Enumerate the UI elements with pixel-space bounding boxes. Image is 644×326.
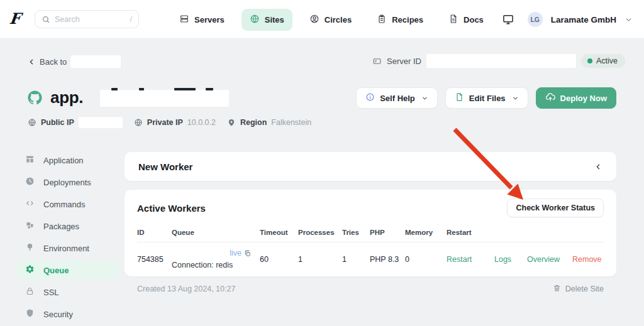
tree-icon bbox=[25, 242, 35, 254]
trash-icon bbox=[553, 284, 561, 294]
sidebar-item-commands[interactable]: Commands bbox=[16, 195, 119, 214]
chevron-down-icon bbox=[512, 95, 519, 102]
nav-item-label: Recipes bbox=[392, 15, 423, 24]
worker-memory: 0 bbox=[405, 255, 447, 264]
file-icon bbox=[455, 92, 464, 104]
sidebar-item-application[interactable]: Application bbox=[16, 151, 119, 170]
redaction-box bbox=[100, 90, 229, 107]
redaction-fragment bbox=[206, 88, 213, 90]
delete-site-button[interactable]: Delete Site bbox=[553, 284, 604, 294]
col-header-php: PHP bbox=[370, 226, 405, 242]
package-icon bbox=[25, 220, 35, 232]
self-help-label: Self Help bbox=[380, 94, 415, 103]
nav-right: LG Laramate GmbH bbox=[502, 0, 633, 39]
redaction-box bbox=[426, 54, 576, 68]
search-box[interactable]: / bbox=[35, 10, 139, 28]
status-badge: Active bbox=[581, 54, 625, 68]
public-ip-label: Public IP bbox=[41, 118, 74, 127]
active-workers-header: Active Workers Check Worker Status bbox=[137, 198, 604, 217]
nav-item-label: Sites bbox=[265, 15, 284, 24]
sidebar-item-packages[interactable]: Packages bbox=[16, 217, 119, 236]
globe-icon bbox=[134, 118, 143, 127]
sidebar-item-ssl[interactable]: SSL bbox=[16, 283, 119, 302]
col-header-timeout: Timeout bbox=[260, 226, 298, 242]
check-worker-status-button[interactable]: Check Worker Status bbox=[507, 198, 604, 217]
server-meta: Public IP Private IP 10.0.0.2 Region Fal… bbox=[28, 117, 311, 128]
avatar[interactable]: LG bbox=[528, 12, 543, 27]
col-header-queue: Queue bbox=[172, 226, 260, 242]
monitor-icon[interactable] bbox=[502, 13, 514, 26]
nav-item-circles[interactable]: Circles bbox=[301, 9, 360, 31]
redaction-fragment bbox=[174, 88, 196, 90]
col-header-processes: Processes bbox=[298, 226, 342, 242]
status-dot bbox=[587, 58, 592, 63]
clock-icon bbox=[25, 177, 35, 188]
nav-item-docs[interactable]: Docs bbox=[440, 9, 492, 31]
breadcrumb[interactable]: Back to bbox=[28, 55, 121, 68]
private-ip-label: Private IP bbox=[147, 118, 183, 127]
active-workers-card: Active Workers Check Worker Status ID Qu… bbox=[125, 190, 616, 276]
search-input[interactable] bbox=[55, 15, 126, 24]
deploy-now-label: Deploy Now bbox=[560, 94, 607, 103]
chevron-down-icon[interactable] bbox=[625, 16, 633, 24]
shield-icon bbox=[25, 308, 35, 320]
server-id-label: Server ID bbox=[387, 57, 421, 66]
collapse-chevron-icon[interactable] bbox=[594, 163, 602, 171]
document-icon bbox=[448, 14, 458, 26]
primary-nav: Servers Sites Circles Recipes Docs bbox=[171, 0, 492, 39]
col-header-restart: Restart bbox=[447, 226, 494, 242]
sidebar-item-environment[interactable]: Environment bbox=[16, 239, 119, 258]
deploy-now-button[interactable]: Deploy Now bbox=[536, 87, 616, 109]
self-help-button[interactable]: Self Help bbox=[356, 87, 438, 109]
sidebar-item-label: Environment bbox=[43, 244, 89, 253]
sidebar-item-label: Packages bbox=[43, 222, 79, 231]
redaction-fragment bbox=[139, 88, 144, 90]
table-row: 754385 live Connection: redis 60 1 1 PHP… bbox=[137, 242, 604, 278]
restart-link[interactable]: Restart bbox=[447, 255, 494, 264]
worker-tries: 1 bbox=[342, 255, 370, 264]
server-id-icon bbox=[372, 57, 382, 66]
region-value: Falkenstein bbox=[271, 118, 311, 127]
new-worker-title: New Worker bbox=[138, 161, 192, 172]
nav-item-servers[interactable]: Servers bbox=[171, 9, 233, 31]
active-workers-title: Active Workers bbox=[137, 203, 206, 214]
new-worker-card: New Worker bbox=[125, 152, 616, 181]
sidebar-item-label: Queue bbox=[43, 266, 69, 275]
nav-item-recipes[interactable]: Recipes bbox=[369, 9, 431, 31]
location-pin-icon bbox=[227, 118, 236, 127]
col-header-memory: Memory bbox=[405, 226, 447, 242]
globe-icon bbox=[28, 118, 36, 127]
code-icon bbox=[25, 198, 35, 210]
clipboard-icon bbox=[377, 14, 387, 26]
forge-app: F / Servers Sites Circles Reci bbox=[0, 0, 644, 326]
private-ip-value: 10.0.0.2 bbox=[187, 118, 216, 127]
globe-icon bbox=[250, 14, 260, 26]
edit-files-label: Edit Files bbox=[469, 94, 506, 103]
forge-logo[interactable]: F bbox=[9, 11, 21, 26]
account-name[interactable]: Laramate GmbH bbox=[551, 15, 616, 24]
queue-name-link[interactable]: live bbox=[230, 247, 242, 259]
sidebar-item-security[interactable]: Security bbox=[16, 305, 119, 323]
worker-id: 754385 bbox=[137, 255, 172, 264]
sidebar: Application Deployments Commands Package… bbox=[16, 151, 119, 326]
user-circle-icon bbox=[309, 14, 319, 26]
back-label: Back to bbox=[40, 57, 67, 67]
gear-icon bbox=[25, 264, 35, 276]
cloud-upload-icon bbox=[545, 92, 555, 104]
sidebar-item-label: Application bbox=[43, 156, 84, 165]
page-title: app. bbox=[50, 88, 83, 107]
edit-files-button[interactable]: Edit Files bbox=[445, 87, 528, 109]
overview-link[interactable]: Overview bbox=[527, 255, 572, 264]
lock-icon bbox=[25, 286, 35, 298]
worker-timeout: 60 bbox=[260, 255, 298, 264]
nav-item-sites[interactable]: Sites bbox=[242, 9, 292, 31]
remove-link[interactable]: Remove bbox=[572, 255, 604, 264]
sidebar-item-deployments[interactable]: Deployments bbox=[16, 173, 119, 192]
sidebar-item-queue[interactable]: Queue bbox=[16, 261, 119, 280]
logs-link[interactable]: Logs bbox=[494, 255, 527, 264]
worker-queue-cell: live Connection: redis bbox=[172, 247, 260, 271]
sidebar-item-label: Security bbox=[43, 310, 73, 319]
copy-icon[interactable] bbox=[244, 250, 251, 257]
status-label: Active bbox=[596, 57, 618, 65]
col-header-tries: Tries bbox=[342, 226, 370, 242]
